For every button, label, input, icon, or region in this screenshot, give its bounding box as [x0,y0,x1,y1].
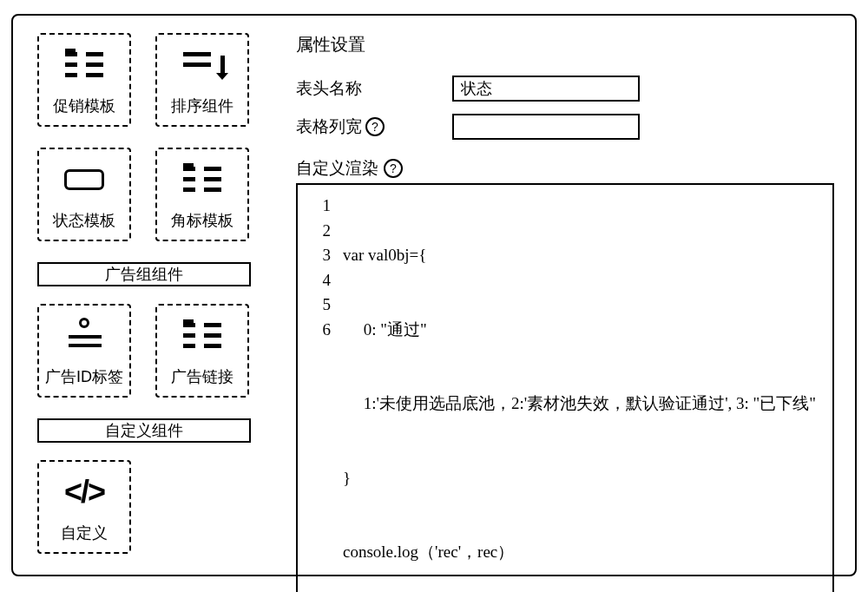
pill-icon [58,158,110,201]
tile-label: 促销模板 [53,95,115,116]
tile-label: 广告ID标签 [45,366,123,387]
tile-ad-id-label[interactable]: 广告ID标签 [37,304,131,398]
form-row-header-name: 表头名称 [296,76,834,102]
input-header-name[interactable] [452,76,640,102]
section-title: 属性设置 [296,33,834,56]
wide-tile-label: 自定义组件 [105,420,183,441]
input-column-width[interactable] [452,114,640,140]
sort-icon [176,43,228,87]
tile-sort-component[interactable]: 排序组件 [155,33,249,127]
help-icon[interactable]: ? [384,159,403,178]
tile-row-2: 状态模板 角标模板 [37,148,258,241]
label-custom-render: 自定义渲染 ? [296,157,834,180]
tile-label: 排序组件 [171,95,233,116]
tile-promo-template[interactable]: 促销模板 [37,33,131,127]
tile-status-template[interactable]: 状态模板 [37,148,131,241]
tile-ad-link[interactable]: 广告链接 [155,304,249,398]
tile-label: 状态模板 [53,210,115,231]
id-label-icon [58,314,110,358]
ad-group-component[interactable]: 广告组组件 [37,262,251,286]
app-container: 促销模板 排序组件 状态模板 [11,14,857,576]
tile-row-4: </> 自定义 [37,460,258,554]
label-column-width: 表格列宽 ? [296,115,452,138]
list-icon [176,314,228,358]
tile-label: 角标模板 [171,210,233,231]
code-content[interactable]: var val0bj={ 0: "通过" 1:'未使用选品底池，2:'素材池失效… [338,185,832,592]
custom-component-group[interactable]: 自定义组件 [37,418,251,443]
form-row-column-width: 表格列宽 ? [296,114,834,140]
code-editor[interactable]: 1 2 3 4 5 6 var val0bj={ 0: "通过" 1:'未使用选… [296,183,834,592]
tile-row-3: 广告ID标签 广告链接 [37,304,258,398]
tile-label: 广告链接 [171,366,233,387]
code-icon: </> [58,470,110,514]
label-header-name: 表头名称 [296,77,452,100]
wide-tile-label: 广告组组件 [105,264,183,285]
line-number-gutter: 1 2 3 4 5 6 [298,185,338,592]
sidebar: 促销模板 排序组件 状态模板 [13,16,273,575]
tile-corner-template[interactable]: 角标模板 [155,148,249,241]
main-panel: 属性设置 表头名称 表格列宽 ? 自定义渲染 ? 1 2 3 4 5 [273,16,855,575]
tile-row-1: 促销模板 排序组件 [37,33,258,127]
list-icon [176,158,228,201]
tile-label: 自定义 [61,523,108,543]
tile-custom[interactable]: </> 自定义 [37,460,131,554]
help-icon[interactable]: ? [365,117,385,136]
list-icon [58,43,110,87]
